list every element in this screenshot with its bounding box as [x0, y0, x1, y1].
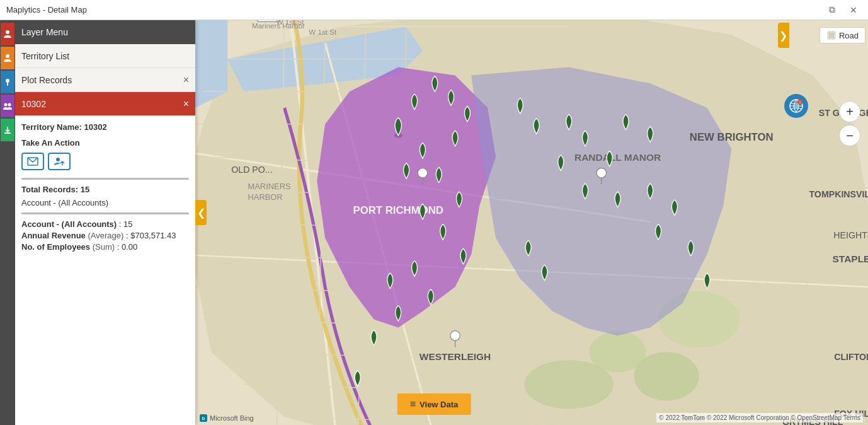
svg-point-79	[6, 54, 9, 58]
plot-records-close[interactable]: ×	[183, 74, 189, 86]
rail-icon-group[interactable]	[1, 95, 14, 117]
divider-2	[21, 212, 189, 214]
layer-menu-row[interactable]: Layer Menu	[15, 20, 195, 44]
territory-name-value: 10302	[84, 122, 106, 132]
take-action-title: Take An Action	[21, 138, 189, 148]
territory-name-line: Territory Name: 10302	[21, 122, 189, 132]
titlebar: Maplytics - Detail Map ⧉ ✕	[0, 0, 868, 20]
action-icons	[21, 153, 189, 170]
expand-arrow: ❯	[779, 30, 787, 42]
territory-name-label: Territory Name:	[21, 122, 82, 132]
svg-text:b: b	[202, 416, 205, 421]
view-data-label: View Data	[420, 400, 458, 409]
svg-point-80	[6, 79, 9, 83]
svg-text:WESTERLEIGH: WESTERLEIGH	[420, 351, 491, 362]
email-action-btn[interactable]	[21, 153, 44, 170]
window-controls: ⧉ ✕	[824, 4, 862, 16]
bing-logo: b Microsoft Bing	[199, 414, 254, 422]
panel: Layer Menu Territory List Plot Records ×…	[15, 20, 195, 425]
sidebar: Layer Menu Territory List Plot Records ×…	[0, 20, 195, 425]
divider-1	[21, 178, 189, 180]
rail-icon-person[interactable]	[1, 23, 14, 45]
view-data-icon: ≡	[410, 399, 416, 410]
svg-text:W 1st St: W 1st St	[309, 28, 337, 36]
svg-text:OLD PO...: OLD PO...	[231, 165, 272, 175]
svg-text:NEW BRIGHTON: NEW BRIGHTON	[690, 131, 774, 143]
svg-point-85	[56, 158, 60, 161]
expand-button[interactable]: ❯	[778, 23, 789, 48]
stat-revenue: Annual Revenue (Average) : $703,571.43	[21, 231, 189, 240]
zoom-in-button[interactable]: +	[839, 101, 860, 122]
zoom-controls: + −	[839, 101, 860, 146]
active-territory-close[interactable]: ×	[183, 98, 189, 110]
plot-records-label: Plot Records	[21, 75, 183, 85]
stat-employees: No. of Employees (Sum) : 0.00	[21, 242, 189, 252]
view-data-button[interactable]: ≡ View Data	[397, 393, 471, 415]
stat-account: Account - (All Accounts) : 15	[21, 219, 189, 229]
app-title: Maplytics - Detail Map	[6, 5, 824, 15]
active-territory-row[interactable]: 10302 ×	[15, 92, 195, 116]
road-view-button[interactable]: Road	[819, 27, 865, 44]
rail-icon-territory[interactable]	[1, 47, 14, 69]
svg-text:MARINERS: MARINERS	[248, 182, 291, 191]
svg-point-81	[4, 103, 8, 107]
svg-point-39	[524, 360, 614, 409]
top-right-controls: ❯ ! Road	[775, 20, 868, 50]
svg-point-76	[450, 331, 460, 341]
zoom-out-button[interactable]: −	[839, 125, 860, 146]
svg-text:PORT RICHMOND: PORT RICHMOND	[353, 204, 443, 216]
rail-icon-download[interactable]	[1, 119, 14, 141]
stat3-key: No. of Employees	[21, 242, 90, 252]
map-attribution: © 2022 TomTom © 2022 Microsoft Corporati…	[656, 413, 863, 422]
account-filter-label: Account - (All Accounts)	[21, 198, 189, 207]
bing-label: Microsoft Bing	[210, 414, 254, 422]
svg-point-72	[418, 168, 427, 178]
icon-rail	[0, 20, 15, 425]
stat3-subkey: (Sum)	[93, 242, 115, 252]
svg-text:TOMPKINSVILLE: TOMPKINSVILLE	[809, 189, 868, 199]
svg-point-78	[6, 30, 9, 34]
total-records-line: Total Records: 15	[21, 185, 189, 194]
svg-point-74	[597, 168, 606, 178]
stat3-value: 0.00	[122, 242, 137, 252]
road-label: Road	[839, 31, 859, 40]
collapse-sidebar-button[interactable]: ❮	[195, 200, 207, 225]
stat1-suffix: :	[119, 219, 122, 229]
close-button[interactable]: ✕	[845, 4, 862, 16]
stat2-key: Annual Revenue	[21, 231, 86, 240]
territory-list-label: Territory List	[21, 51, 189, 61]
total-records-label: Total Records:	[21, 185, 78, 194]
territory-detail: Territory Name: 10302 Take An Action	[15, 116, 195, 425]
svg-text:HEIGHTS: HEIGHTS	[833, 230, 868, 240]
collapse-arrow: ❮	[197, 207, 205, 219]
svg-text:HARBOR: HARBOR	[248, 192, 283, 202]
svg-text:CLIFTON: CLIFTON	[834, 352, 868, 362]
layer-menu-label: Layer Menu	[21, 27, 68, 37]
assign-action-btn[interactable]	[48, 153, 71, 170]
globe-icon[interactable]: !	[784, 94, 808, 118]
rail-icon-plot[interactable]	[1, 71, 14, 93]
active-territory-id: 10302	[21, 99, 183, 109]
total-records-value: 15	[81, 185, 89, 194]
svg-text:STAPLETON: STAPLETON	[833, 253, 868, 264]
svg-text:Mariners Harbor: Mariners Harbor	[252, 21, 305, 30]
stat2-subkey: (Average)	[88, 231, 123, 240]
plot-records-row[interactable]: Plot Records ×	[15, 68, 195, 92]
territory-list-row[interactable]: Territory List	[15, 44, 195, 68]
restore-button[interactable]: ⧉	[824, 4, 840, 16]
svg-point-82	[8, 103, 11, 107]
stat1-value: 15	[123, 219, 132, 229]
svg-text:!: !	[799, 100, 801, 105]
stat1-key: Account - (All Accounts)	[21, 219, 117, 229]
stat2-value: $703,571.43	[130, 231, 176, 240]
svg-text:RANDALL MANOR: RANDALL MANOR	[574, 152, 661, 163]
svg-rect-83	[4, 132, 11, 134]
